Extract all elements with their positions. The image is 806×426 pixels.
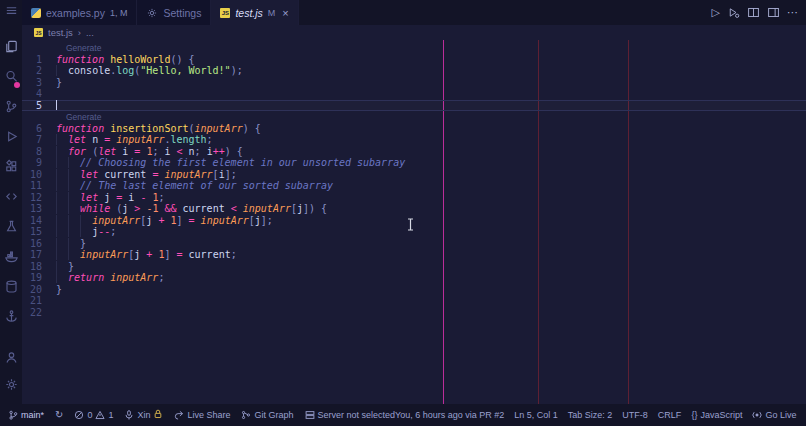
sidebar-item-source-control[interactable] — [0, 93, 22, 123]
code-line[interactable]: 5 — [22, 100, 806, 112]
code-line[interactable]: 8 for (let i = 1; i < n; i++) { — [22, 146, 806, 158]
chevron-right-icon: › — [78, 27, 81, 38]
anchor-icon — [4, 309, 19, 328]
go-live-button[interactable]: Go Live — [752, 410, 796, 420]
line-number: 22 — [22, 307, 44, 319]
line-number: 9 — [22, 157, 44, 169]
close-icon[interactable]: × — [282, 7, 288, 19]
line-number: 18 — [22, 261, 44, 273]
line-number: 20 — [22, 284, 44, 296]
javascript-icon — [34, 28, 43, 37]
branch-icon — [8, 410, 18, 420]
cursor-position: Ln 5, Col 1 — [514, 410, 558, 420]
voice-user-indicator[interactable]: Xin — [124, 409, 163, 421]
encoding-indicator[interactable]: UTF-8 — [622, 410, 648, 420]
code-line-text: while (j > -1 && current < inputArr[j]) … — [44, 203, 327, 215]
code-line[interactable]: 21 — [22, 295, 806, 307]
run-or-debug-button[interactable] — [727, 6, 740, 19]
git-blame-indicator[interactable]: You, 6 hours ago via PR #2 — [395, 410, 504, 420]
account-icon — [4, 350, 19, 369]
line-number: 19 — [22, 272, 44, 284]
breadcrumb-file[interactable]: test.js — [48, 27, 73, 38]
code-line[interactable]: 3} — [22, 77, 806, 89]
tab-examples-py[interactable]: examples.py 1, M — [22, 0, 137, 25]
line-number: 4 — [22, 88, 44, 100]
run-button[interactable]: ▷ — [712, 7, 720, 18]
sync-button[interactable]: ↻ — [55, 410, 63, 420]
code-line[interactable]: 1function helloWorld() { — [22, 54, 806, 66]
tab-label: examples.py — [46, 7, 105, 19]
code-line-text: } — [44, 284, 62, 296]
code-line-text — [44, 88, 56, 100]
code-line[interactable]: 11 // The last element of our sorted sub… — [22, 180, 806, 192]
tab-label: test.js — [235, 7, 262, 19]
layout-button[interactable] — [767, 6, 780, 19]
sidebar-item-search[interactable] — [0, 63, 22, 93]
code-line-text — [44, 100, 57, 112]
language-mode-indicator[interactable]: {} JavaScript — [691, 410, 742, 420]
editor-actions: ▷ ⋯ — [712, 0, 806, 25]
tab-settings[interactable]: Settings — [137, 0, 211, 25]
line-number: 1 — [22, 54, 44, 66]
code-line[interactable]: 22 — [22, 307, 806, 319]
cursor-position-indicator[interactable]: Ln 5, Col 1 — [514, 410, 558, 420]
braces-icon: {} — [691, 410, 697, 420]
code-line[interactable]: 7 let n = inputArr.length; — [22, 134, 806, 146]
accounts-button[interactable] — [0, 346, 22, 373]
code-line[interactable]: 12 let j = i - 1; — [22, 192, 806, 204]
sidebar-item-anchor[interactable] — [0, 303, 22, 333]
manage-button[interactable] — [0, 373, 22, 400]
sidebar-item-remote-explorer[interactable] — [0, 183, 22, 213]
code-line[interactable]: 4 — [22, 88, 806, 100]
menu-button[interactable] — [0, 0, 22, 25]
code-line[interactable]: 19 return inputArr; — [22, 272, 806, 284]
split-editor-button[interactable] — [747, 6, 760, 19]
code-line[interactable]: 6function insertionSort(inputArr) { — [22, 123, 806, 135]
code-line-text: for (let i = 1; i < n; i++) { — [44, 146, 243, 158]
breadcrumb-more[interactable]: ... — [86, 27, 94, 38]
eol-indicator[interactable]: CRLF — [658, 410, 682, 420]
sidebar-item-extensions[interactable] — [0, 153, 22, 183]
python-icon — [31, 8, 41, 18]
code-line-text: inputArr[j + 1] = inputArr[j]; — [44, 215, 273, 227]
code-line[interactable]: 13 while (j > -1 && current < inputArr[j… — [22, 203, 806, 215]
code-line[interactable]: 2 console.log("Hello, World!"); — [22, 65, 806, 77]
more-actions-button[interactable]: ⋯ — [787, 7, 798, 18]
code-line[interactable]: 20} — [22, 284, 806, 296]
tab-size: Tab Size: 2 — [568, 410, 613, 420]
sidebar-item-explorer[interactable] — [0, 33, 22, 63]
tab-size-indicator[interactable]: Tab Size: 2 — [568, 410, 613, 420]
beaker-icon — [4, 219, 19, 238]
sidebar-item-database[interactable] — [0, 273, 22, 303]
codelens-generate[interactable]: Generate — [66, 112, 101, 122]
code-line[interactable]: 17 inputArr[j + 1] = current; — [22, 249, 806, 261]
tab-test-js[interactable]: test.js M × — [211, 0, 298, 25]
code-line[interactable]: 10 let current = inputArr[i]; — [22, 169, 806, 181]
sidebar-item-run-debug[interactable] — [0, 123, 22, 153]
line-number: 2 — [22, 65, 44, 77]
sidebar-item-docker[interactable] — [0, 243, 22, 273]
server-indicator[interactable]: Server not selected — [305, 410, 396, 420]
code-line[interactable]: 16 } — [22, 238, 806, 250]
code-line-text: let j = i - 1; — [44, 192, 165, 204]
codelens-generate[interactable]: Generate — [66, 43, 101, 53]
problems-indicator[interactable]: 0 1 — [74, 410, 113, 420]
git-graph-button[interactable]: Git Graph — [241, 410, 293, 420]
line-number: 14 — [22, 215, 44, 227]
live-share-button[interactable]: Live Share — [174, 410, 230, 420]
sidebar-item-testing[interactable] — [0, 213, 22, 243]
code-line[interactable]: 18 } — [22, 261, 806, 273]
code-line[interactable]: 9 // Choosing the first element in our u… — [22, 157, 806, 169]
breadcrumb[interactable]: test.js › ... — [22, 25, 806, 40]
explorer-icon — [4, 39, 19, 58]
menu-icon — [4, 3, 19, 22]
code-line-text: let n = inputArr.length; — [44, 134, 213, 146]
source-control-icon — [4, 99, 19, 118]
warning-count: 1 — [108, 410, 113, 420]
code-editor[interactable]: Generate1function helloWorld() {2 consol… — [22, 40, 806, 404]
code-line-text: console.log("Hello, World!"); — [44, 65, 243, 77]
line-number: 5 — [22, 100, 44, 112]
line-number: 8 — [22, 146, 44, 158]
branch-indicator[interactable]: main* — [8, 410, 44, 420]
code-line-text: function helloWorld() { — [44, 54, 195, 66]
